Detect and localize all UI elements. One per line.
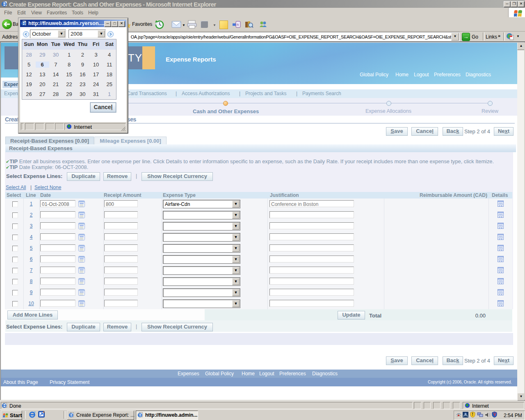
- svg-text:V: V: [493, 412, 496, 417]
- svg-text:!: !: [472, 412, 473, 417]
- svg-text:n: n: [237, 23, 239, 27]
